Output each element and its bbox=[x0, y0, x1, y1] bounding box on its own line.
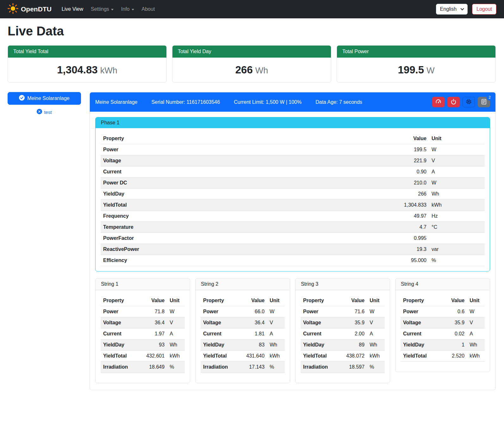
unit-cell: V bbox=[167, 317, 185, 328]
string-title: String 1 bbox=[96, 278, 190, 290]
value-cell: 438.072 bbox=[344, 351, 367, 362]
phase-table-body: Power 199.5 W Voltage 221.9 V bbox=[101, 144, 485, 266]
sun-icon bbox=[8, 3, 18, 16]
nav-item-info[interactable]: Info bbox=[117, 4, 138, 15]
chevron-down-icon bbox=[132, 9, 134, 10]
property-cell: YieldTotal bbox=[301, 351, 344, 362]
property-cell: YieldTotal bbox=[101, 200, 383, 211]
value-cell: 18.649 bbox=[144, 362, 167, 373]
value-cell: 49.97 bbox=[383, 211, 429, 222]
property-cell: Efficiency bbox=[101, 255, 383, 266]
table-row: Efficiency 95.000 % bbox=[101, 255, 485, 266]
value-cell: 93 bbox=[144, 340, 167, 351]
property-cell: PowerFactor bbox=[101, 233, 383, 244]
unit-cell: kWh bbox=[467, 351, 485, 362]
brand-title: OpenDTU bbox=[21, 5, 52, 13]
string-card-4: String 4 Property Value Unit bbox=[395, 278, 490, 372]
string-card-1: String 1 Property Value Unit bbox=[95, 278, 190, 383]
value-cell: 95.000 bbox=[383, 255, 429, 266]
nav-item-about[interactable]: About bbox=[138, 4, 159, 15]
summary-card-title: Total Power bbox=[337, 46, 495, 58]
nav-item-label: Settings bbox=[91, 6, 109, 12]
table-row: Current 1.97 A bbox=[101, 328, 185, 340]
table-row: ReactivePower 19.3 var bbox=[101, 244, 485, 255]
serial-number: Serial Number: 116171603546 bbox=[151, 99, 220, 105]
nav-item-label: Info bbox=[121, 6, 130, 12]
table-row: Power 71.8 W bbox=[101, 306, 185, 317]
unit-cell: W bbox=[267, 306, 285, 317]
value-cell: 66.0 bbox=[244, 306, 267, 317]
navbar: OpenDTU Live View Settings Info About En… bbox=[0, 0, 504, 18]
phase-title: Phase 1 bbox=[96, 117, 490, 128]
navbar-right: English Logout bbox=[436, 4, 496, 15]
table-header-row: Property Value Unit bbox=[101, 295, 185, 306]
summary-card-body: 199.5W bbox=[337, 58, 495, 82]
device-info-button[interactable] bbox=[463, 97, 475, 107]
string-table: Property Value Unit Power bbox=[401, 295, 485, 362]
inverter-select-button[interactable]: Meine Solaranlage bbox=[8, 92, 81, 105]
string-table-body: Power 71.8 W Voltage 36.4 V bbox=[101, 306, 185, 373]
property-cell: Voltage bbox=[301, 317, 344, 328]
string-card-body: Property Value Unit Power bbox=[96, 290, 190, 383]
unit-cell: A bbox=[267, 328, 285, 340]
power-button[interactable] bbox=[447, 97, 460, 107]
column-header-value: Value bbox=[344, 295, 367, 306]
string-card-2: String 2 Property Value Unit bbox=[195, 278, 290, 383]
x-circle-icon bbox=[37, 109, 42, 115]
property-cell: Voltage bbox=[201, 317, 244, 328]
property-cell: YieldTotal bbox=[401, 351, 445, 362]
property-cell: Power bbox=[101, 306, 144, 317]
table-row: Power 71.6 W bbox=[301, 306, 385, 317]
value-cell: 1,304.833 bbox=[383, 200, 429, 211]
table-row: PowerFactor 0.995 bbox=[101, 233, 485, 244]
limit-settings-button[interactable] bbox=[432, 97, 445, 107]
property-cell: YieldDay bbox=[101, 340, 144, 351]
language-select[interactable]: English bbox=[436, 4, 468, 15]
value-cell: 2.00 bbox=[344, 328, 367, 340]
summary-card: Total Yield Day 266Wh bbox=[172, 45, 331, 83]
data-age: Data Age: 7 seconds bbox=[315, 99, 362, 105]
unit-cell: W bbox=[429, 144, 485, 155]
table-row: Power 199.5 W bbox=[101, 144, 485, 155]
inverter-panel-header: Meine Solaranlage Serial Number: 1161716… bbox=[90, 92, 495, 112]
value-cell: 221.9 bbox=[383, 155, 429, 166]
logout-button[interactable]: Logout bbox=[472, 4, 496, 15]
column-header-value: Value bbox=[244, 295, 267, 306]
table-row: Voltage 221.9 V bbox=[101, 155, 485, 166]
table-header-row: Property Value Unit bbox=[301, 295, 385, 306]
property-cell: Current bbox=[101, 166, 383, 178]
summary-card-body: 266Wh bbox=[172, 58, 331, 82]
nav-item-settings[interactable]: Settings bbox=[87, 4, 117, 15]
unit-cell: kWh bbox=[267, 351, 285, 362]
table-row: YieldTotal 432.601 kWh bbox=[101, 351, 185, 362]
table-row: Frequency 49.97 Hz bbox=[101, 211, 485, 222]
brand[interactable]: OpenDTU bbox=[8, 3, 52, 16]
unit-cell: W bbox=[429, 178, 485, 189]
string-table-body: Power 71.6 W Voltage 35.9 V bbox=[301, 306, 385, 373]
table-header-row: Property Value Unit bbox=[201, 295, 285, 306]
summary-card: Total Power 199.5W bbox=[337, 45, 496, 83]
event-log-button[interactable]: 2 bbox=[478, 97, 490, 107]
unit-cell: A bbox=[467, 328, 485, 340]
property-cell: YieldDay bbox=[301, 340, 344, 351]
strings-row: String 1 Property Value Unit bbox=[95, 278, 490, 383]
unit-cell bbox=[429, 233, 485, 244]
summary-value: 1,304.83 bbox=[57, 64, 97, 76]
nav-item-label: About bbox=[142, 6, 155, 12]
value-cell: 89 bbox=[344, 340, 367, 351]
inverter-panel-body: Phase 1 Property Value Unit bbox=[90, 112, 495, 390]
table-row: Voltage 35.9 V bbox=[301, 317, 385, 328]
property-cell: Power bbox=[401, 306, 445, 317]
value-cell: 432.601 bbox=[144, 351, 167, 362]
value-cell: 19.3 bbox=[383, 244, 429, 255]
string-table: Property Value Unit Power bbox=[101, 295, 185, 373]
string-table: Property Value Unit Power bbox=[201, 295, 285, 373]
table-row: Current 2.00 A bbox=[301, 328, 385, 340]
nav-item-live-view[interactable]: Live View bbox=[58, 4, 87, 15]
sidebar-item-test[interactable]: test bbox=[8, 109, 81, 115]
table-row: YieldTotal 438.072 kWh bbox=[301, 351, 385, 362]
unit-cell: V bbox=[367, 317, 385, 328]
unit-cell: Wh bbox=[367, 340, 385, 351]
property-cell: Power bbox=[301, 306, 344, 317]
column-header-unit: Unit bbox=[429, 133, 485, 144]
